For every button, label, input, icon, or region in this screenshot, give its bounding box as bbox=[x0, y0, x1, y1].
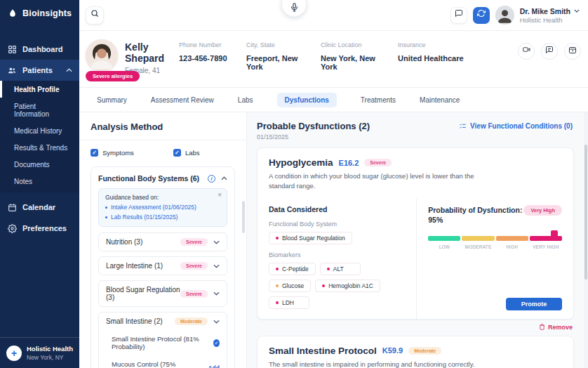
symptoms-checkbox[interactable]: ✓ Symptoms bbox=[91, 149, 134, 157]
system-pill: Blood Sugar Regulation bbox=[269, 232, 352, 244]
biomarker-pill: Glucose bbox=[269, 280, 311, 292]
gauge-segment-very-high bbox=[530, 236, 562, 241]
chevron-down-icon bbox=[213, 320, 220, 324]
field-insurance: Insurance United Healthcare bbox=[398, 41, 468, 71]
chevron-down-icon bbox=[574, 9, 580, 13]
sidebar-item-preferences[interactable]: Preferences bbox=[0, 218, 79, 239]
droplet-logo-icon bbox=[7, 8, 18, 19]
guidance-title: Guidance based on: bbox=[105, 194, 220, 201]
sidebar-item-calendar[interactable]: Calendar bbox=[0, 197, 79, 218]
biomarker-pill: Hemoglobin A1C bbox=[315, 280, 380, 292]
dysfunctions-title: Probable Dysfunctions (2) bbox=[257, 121, 370, 131]
sidebar-item-patient-information[interactable]: Patient Information bbox=[0, 98, 79, 122]
severity-badge: Moderate bbox=[175, 317, 208, 325]
patient-avatar bbox=[86, 39, 118, 72]
severity-badge: Severe bbox=[180, 262, 208, 270]
close-icon[interactable]: × bbox=[218, 192, 222, 199]
sync-button[interactable] bbox=[473, 7, 490, 24]
sidebar-item-notes[interactable]: Notes bbox=[0, 173, 79, 190]
sidebar-item-documents[interactable]: Documents bbox=[0, 156, 79, 173]
left-panel-scrollbar[interactable] bbox=[242, 201, 245, 233]
probability-level-badge: Very High bbox=[523, 205, 562, 216]
add-protocol-link[interactable]: Add bbox=[208, 364, 220, 368]
pink-dot-icon bbox=[276, 268, 279, 270]
biomarker-pill: LDH bbox=[269, 296, 309, 309]
tab-maintenance[interactable]: Maintenance bbox=[420, 96, 460, 104]
severity-badge: Severe bbox=[180, 290, 208, 298]
system-row-toggle[interactable]: Nutrition (3) Severe bbox=[99, 233, 227, 251]
remove-link[interactable]: Remove bbox=[257, 324, 573, 331]
video-call-button[interactable] bbox=[518, 43, 535, 60]
message-patient-button[interactable] bbox=[541, 43, 558, 60]
sidebar-item-dashboard[interactable]: Dashboard bbox=[0, 39, 79, 60]
tab-treatments[interactable]: Treatments bbox=[361, 96, 396, 104]
sidebar-item-label: Patients bbox=[22, 66, 53, 74]
search-button[interactable] bbox=[86, 6, 104, 25]
user-avatar[interactable] bbox=[495, 6, 514, 25]
system-row-toggle[interactable]: Large Intestine (1) Severe bbox=[99, 257, 227, 275]
protocol-row: Mucous Control (75% Probability) Add bbox=[99, 355, 227, 368]
brand-name: Bioinsights bbox=[22, 8, 72, 18]
dysfunction-description: The small intestine is impaired in perfo… bbox=[269, 360, 479, 368]
guidance-box: Guidance based on: × Intake Assessment (… bbox=[98, 188, 227, 227]
user-name: Dr. Mike Smith bbox=[520, 7, 570, 15]
icd-code: K59.9 bbox=[382, 346, 403, 355]
clinic-footer: + Holistic Health New York, NY bbox=[0, 337, 79, 368]
messages-button[interactable] bbox=[450, 7, 467, 24]
biomarker-pill: C-Peptide bbox=[269, 263, 316, 275]
chevron-down-icon bbox=[213, 291, 220, 296]
probability-gauge: LOW MODERATE HIGH VERY HIGH bbox=[428, 236, 562, 249]
sidebar-item-medical-history[interactable]: Medical History bbox=[0, 122, 79, 139]
tab-assessment-review[interactable]: Assessment Review bbox=[151, 96, 214, 104]
info-icon[interactable]: i bbox=[208, 175, 215, 183]
analysis-method-panel: Analysis Method ✓ Symptoms ✓ Labs Functi… bbox=[79, 112, 247, 368]
checkbox-check-icon: ✓ bbox=[91, 149, 98, 157]
pink-dot-icon bbox=[276, 301, 279, 304]
sidebar-item-label: Calendar bbox=[22, 203, 55, 211]
trash-icon bbox=[539, 324, 545, 330]
pink-dot-icon bbox=[322, 284, 325, 287]
chevron-down-icon bbox=[213, 240, 220, 244]
tab-labs[interactable]: Labs bbox=[238, 96, 253, 104]
dysfunction-title: Hypoglycemia bbox=[269, 157, 333, 168]
dysfunction-card-small-intestine-protocol: Small Intestine Protocol K59.9 Moderate … bbox=[257, 336, 574, 368]
intake-assessment-link[interactable]: Intake Assessment (01/06/2025) bbox=[111, 204, 196, 211]
protocol-row: Small Intestine Protocol (81% Probabilit… bbox=[99, 330, 227, 355]
severity-badge: Severe bbox=[180, 238, 208, 246]
patient-header: Kelly Shepard Female, 41 Severe allergie… bbox=[79, 31, 588, 88]
view-functional-conditions-link[interactable]: View Functional Conditions (0) bbox=[459, 122, 573, 130]
sidebar-item-patients[interactable]: Patients bbox=[0, 60, 79, 81]
conditions-checklist-icon bbox=[459, 123, 467, 130]
promote-button[interactable]: Promote bbox=[506, 298, 562, 310]
user-menu[interactable]: Dr. Mike Smith Holistic Health bbox=[520, 7, 580, 24]
sidebar-item-health-profile[interactable]: Health Profile bbox=[0, 81, 79, 98]
gauge-marker-icon bbox=[551, 230, 558, 237]
system-row-toggle[interactable]: Small Intestine (2) Moderate bbox=[99, 313, 227, 330]
sidebar-item-label: Dashboard bbox=[22, 45, 62, 53]
microphone-button[interactable] bbox=[281, 0, 307, 17]
functional-body-systems-card: Functional Body Systems (6) i Guidance b… bbox=[91, 166, 235, 368]
chevron-up-icon[interactable] bbox=[221, 176, 227, 180]
system-row-toggle[interactable]: Blood Sugar Regulation (3) Severe bbox=[99, 281, 227, 306]
user-org: Holistic Health bbox=[520, 16, 580, 24]
clinic-location: New York, NY bbox=[27, 354, 73, 361]
labs-checkbox[interactable]: ✓ Labs bbox=[173, 149, 200, 157]
tab-summary[interactable]: Summary bbox=[97, 96, 127, 104]
field-clinic-location: Clinic Location New York, New York bbox=[321, 41, 388, 71]
sidebar-item-results-trends[interactable]: Results & Trends bbox=[0, 139, 79, 156]
probability-value: 95% bbox=[428, 216, 522, 224]
allergy-badge: Severe allergies bbox=[86, 71, 140, 81]
dashboard-icon bbox=[7, 44, 17, 54]
check-circle-icon[interactable]: ✓ bbox=[213, 339, 220, 347]
analysis-method-title: Analysis Method bbox=[91, 121, 235, 132]
schedule-button[interactable] bbox=[564, 43, 581, 60]
pink-dot-icon bbox=[327, 268, 330, 270]
gear-icon bbox=[7, 223, 17, 233]
topbar: Dr. Mike Smith Holistic Health bbox=[79, 0, 588, 31]
right-panel-scrollbar[interactable] bbox=[584, 145, 587, 280]
lab-results-link[interactable]: Lab Results (01/15/2025) bbox=[111, 213, 178, 221]
sidebar-nav: Dashboard Patients Health Profile Patien… bbox=[0, 39, 79, 239]
severity-badge: Moderate bbox=[408, 347, 441, 355]
tab-dysfunctions[interactable]: Dysfunctions bbox=[277, 93, 337, 107]
probability-label: Probability of Dysfunction: bbox=[428, 205, 522, 216]
